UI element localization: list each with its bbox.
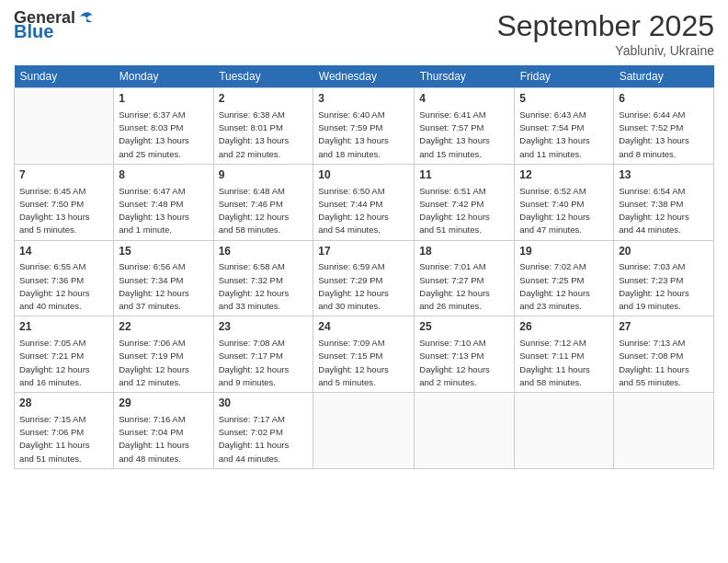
- day-info: Sunrise: 7:17 AMSunset: 7:02 PMDaylight:…: [219, 413, 309, 465]
- location-subtitle: Yabluniv, Ukraine: [496, 43, 714, 58]
- calendar-cell: 9Sunrise: 6:48 AMSunset: 7:46 PMDaylight…: [213, 164, 313, 240]
- column-header-thursday: Thursday: [415, 65, 515, 88]
- day-info: Sunrise: 6:59 AMSunset: 7:29 PMDaylight:…: [318, 260, 409, 313]
- column-header-friday: Friday: [515, 65, 614, 88]
- column-header-tuesday: Tuesday: [213, 65, 313, 88]
- calendar-cell: 14Sunrise: 6:55 AMSunset: 7:36 PMDayligh…: [15, 240, 114, 316]
- day-info: Sunrise: 7:05 AMSunset: 7:21 PMDaylight:…: [19, 337, 108, 389]
- day-info: Sunrise: 7:10 AMSunset: 7:13 PMDaylight:…: [419, 337, 509, 389]
- day-info: Sunrise: 7:12 AMSunset: 7:11 PMDaylight:…: [519, 337, 609, 389]
- column-header-wednesday: Wednesday: [313, 65, 415, 88]
- title-block: September 2025 Yabluniv, Ukraine: [496, 9, 714, 58]
- day-number: 26: [519, 319, 609, 335]
- logo-blue-text: Blue: [14, 22, 53, 40]
- day-number: 18: [419, 244, 509, 259]
- day-number: 24: [318, 319, 409, 335]
- logo-bird-icon: [77, 9, 94, 26]
- calendar-cell: 29Sunrise: 7:16 AMSunset: 7:04 PMDayligh…: [114, 393, 213, 469]
- day-number: 22: [119, 319, 208, 335]
- day-number: 15: [119, 244, 208, 259]
- calendar-cell: 5Sunrise: 6:43 AMSunset: 7:54 PMDaylight…: [515, 88, 614, 165]
- day-number: 21: [19, 319, 108, 335]
- logo: General Blue: [14, 9, 94, 40]
- calendar-table: SundayMondayTuesdayWednesdayThursdayFrid…: [14, 65, 714, 469]
- column-header-sunday: Sunday: [15, 65, 114, 88]
- calendar-cell: 18Sunrise: 7:01 AMSunset: 7:27 PMDayligh…: [415, 240, 515, 316]
- day-info: Sunrise: 6:58 AMSunset: 7:32 PMDaylight:…: [219, 260, 309, 313]
- day-number: 25: [419, 319, 509, 335]
- week-row-5: 28Sunrise: 7:15 AMSunset: 7:06 PMDayligh…: [15, 393, 714, 469]
- day-info: Sunrise: 7:09 AMSunset: 7:15 PMDaylight:…: [318, 337, 409, 389]
- calendar-cell: 15Sunrise: 6:56 AMSunset: 7:34 PMDayligh…: [114, 240, 213, 316]
- day-number: 1: [119, 91, 208, 107]
- day-number: 16: [219, 244, 309, 259]
- calendar-cell: 7Sunrise: 6:45 AMSunset: 7:50 PMDaylight…: [15, 164, 114, 240]
- week-row-1: 1Sunrise: 6:37 AMSunset: 8:03 PMDaylight…: [15, 88, 714, 165]
- calendar-cell: 26Sunrise: 7:12 AMSunset: 7:11 PMDayligh…: [515, 316, 614, 393]
- calendar-cell: 24Sunrise: 7:09 AMSunset: 7:15 PMDayligh…: [313, 316, 415, 393]
- day-number: 5: [519, 91, 609, 107]
- day-info: Sunrise: 6:48 AMSunset: 7:46 PMDaylight:…: [219, 185, 309, 237]
- calendar-cell: 30Sunrise: 7:17 AMSunset: 7:02 PMDayligh…: [213, 393, 313, 469]
- day-info: Sunrise: 6:44 AMSunset: 7:52 PMDaylight:…: [619, 109, 709, 161]
- calendar-cell: 17Sunrise: 6:59 AMSunset: 7:29 PMDayligh…: [313, 240, 415, 316]
- calendar-cell: 2Sunrise: 6:38 AMSunset: 8:01 PMDaylight…: [213, 88, 313, 165]
- calendar-cell: 6Sunrise: 6:44 AMSunset: 7:52 PMDaylight…: [614, 88, 714, 165]
- day-info: Sunrise: 6:55 AMSunset: 7:36 PMDaylight:…: [19, 260, 108, 313]
- day-info: Sunrise: 6:41 AMSunset: 7:57 PMDaylight:…: [419, 109, 509, 161]
- calendar-cell: [415, 393, 515, 469]
- day-number: 17: [318, 244, 409, 259]
- calendar-cell: 27Sunrise: 7:13 AMSunset: 7:08 PMDayligh…: [614, 316, 714, 393]
- calendar-cell: 4Sunrise: 6:41 AMSunset: 7:57 PMDaylight…: [415, 88, 515, 165]
- day-number: 27: [619, 319, 709, 335]
- day-number: 20: [619, 244, 709, 259]
- day-info: Sunrise: 7:03 AMSunset: 7:23 PMDaylight:…: [619, 260, 709, 313]
- day-info: Sunrise: 6:54 AMSunset: 7:38 PMDaylight:…: [619, 185, 709, 237]
- day-number: 29: [119, 396, 208, 411]
- day-info: Sunrise: 7:06 AMSunset: 7:19 PMDaylight:…: [119, 337, 208, 389]
- day-info: Sunrise: 7:13 AMSunset: 7:08 PMDaylight:…: [619, 337, 709, 389]
- day-number: 2: [219, 91, 309, 107]
- calendar-cell: 21Sunrise: 7:05 AMSunset: 7:21 PMDayligh…: [15, 316, 114, 393]
- day-number: 8: [119, 167, 208, 183]
- page: General Blue September 2025 Yabluniv, Uk…: [0, 0, 728, 563]
- day-info: Sunrise: 6:50 AMSunset: 7:44 PMDaylight:…: [318, 185, 409, 237]
- day-info: Sunrise: 6:47 AMSunset: 7:48 PMDaylight:…: [119, 185, 208, 237]
- day-info: Sunrise: 6:43 AMSunset: 7:54 PMDaylight:…: [519, 109, 609, 161]
- calendar-cell: 19Sunrise: 7:02 AMSunset: 7:25 PMDayligh…: [515, 240, 614, 316]
- day-info: Sunrise: 6:56 AMSunset: 7:34 PMDaylight:…: [119, 260, 208, 313]
- calendar-cell: [614, 393, 714, 469]
- calendar-cell: 10Sunrise: 6:50 AMSunset: 7:44 PMDayligh…: [313, 164, 415, 240]
- calendar-cell: 8Sunrise: 6:47 AMSunset: 7:48 PMDaylight…: [114, 164, 213, 240]
- calendar-cell: 16Sunrise: 6:58 AMSunset: 7:32 PMDayligh…: [213, 240, 313, 316]
- day-number: 30: [219, 396, 309, 411]
- day-number: 28: [19, 396, 108, 411]
- header-row: SundayMondayTuesdayWednesdayThursdayFrid…: [15, 65, 714, 88]
- calendar-cell: 13Sunrise: 6:54 AMSunset: 7:38 PMDayligh…: [614, 164, 714, 240]
- day-number: 3: [318, 91, 409, 107]
- column-header-saturday: Saturday: [614, 65, 714, 88]
- day-number: 19: [519, 244, 609, 259]
- header: General Blue September 2025 Yabluniv, Uk…: [14, 9, 714, 58]
- day-info: Sunrise: 6:40 AMSunset: 7:59 PMDaylight:…: [318, 109, 409, 161]
- month-title: September 2025: [496, 9, 714, 43]
- day-info: Sunrise: 6:38 AMSunset: 8:01 PMDaylight:…: [219, 109, 309, 161]
- calendar-cell: [313, 393, 415, 469]
- week-row-4: 21Sunrise: 7:05 AMSunset: 7:21 PMDayligh…: [15, 316, 714, 393]
- day-info: Sunrise: 6:52 AMSunset: 7:40 PMDaylight:…: [519, 185, 609, 237]
- day-number: 13: [619, 167, 709, 183]
- day-number: 14: [19, 244, 108, 259]
- calendar-cell: 12Sunrise: 6:52 AMSunset: 7:40 PMDayligh…: [515, 164, 614, 240]
- day-info: Sunrise: 7:02 AMSunset: 7:25 PMDaylight:…: [519, 260, 609, 313]
- week-row-2: 7Sunrise: 6:45 AMSunset: 7:50 PMDaylight…: [15, 164, 714, 240]
- day-number: 7: [19, 167, 108, 183]
- calendar-cell: [15, 88, 114, 165]
- calendar-cell: 23Sunrise: 7:08 AMSunset: 7:17 PMDayligh…: [213, 316, 313, 393]
- calendar-cell: 11Sunrise: 6:51 AMSunset: 7:42 PMDayligh…: [415, 164, 515, 240]
- day-info: Sunrise: 7:01 AMSunset: 7:27 PMDaylight:…: [419, 260, 509, 313]
- day-number: 11: [419, 167, 509, 183]
- calendar-cell: 1Sunrise: 6:37 AMSunset: 8:03 PMDaylight…: [114, 88, 213, 165]
- day-number: 23: [219, 319, 309, 335]
- calendar-cell: 20Sunrise: 7:03 AMSunset: 7:23 PMDayligh…: [614, 240, 714, 316]
- day-info: Sunrise: 7:15 AMSunset: 7:06 PMDaylight:…: [19, 413, 108, 465]
